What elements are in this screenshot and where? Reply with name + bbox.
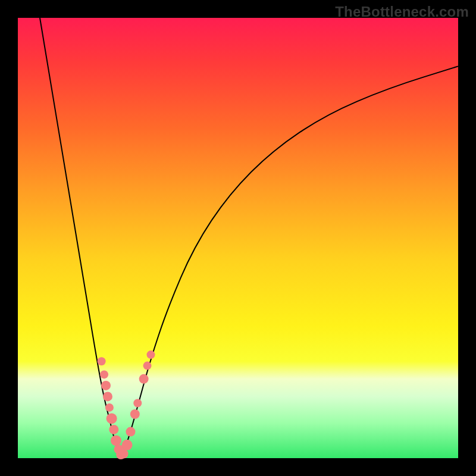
data-point xyxy=(146,350,155,359)
data-point xyxy=(109,425,118,434)
data-point xyxy=(98,357,106,365)
data-point xyxy=(130,409,140,419)
data-point xyxy=(143,362,152,370)
data-point xyxy=(126,427,135,437)
data-point xyxy=(103,392,112,401)
data-point xyxy=(101,381,111,390)
curve-svg xyxy=(18,18,458,458)
data-point xyxy=(119,449,129,459)
data-point xyxy=(139,374,149,384)
watermark-text: TheBottleneck.com xyxy=(335,4,469,20)
plot-area xyxy=(18,18,458,458)
data-point xyxy=(133,399,142,408)
data-point xyxy=(105,403,114,412)
data-point xyxy=(122,440,133,450)
data-point xyxy=(100,370,108,378)
data-point xyxy=(107,413,117,424)
chart-frame: TheBottleneck.com xyxy=(0,0,476,476)
curve-right-branch xyxy=(121,66,458,458)
data-point xyxy=(111,435,121,446)
